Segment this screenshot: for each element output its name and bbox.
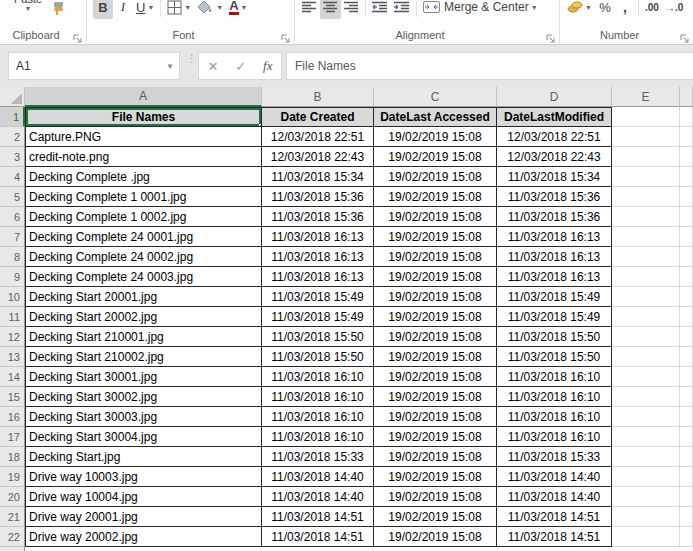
formula-input[interactable]: File Names [286, 52, 693, 80]
cell-F15[interactable] [680, 387, 693, 407]
cell-A13[interactable]: Decking Start 210002.jpg [25, 347, 262, 367]
cell-D3[interactable]: 12/03/2018 22:43 [497, 147, 612, 167]
cell-B7[interactable]: 11/03/2018 16:13 [262, 227, 374, 247]
column-header-E[interactable]: E [612, 87, 680, 107]
column-header-partial[interactable] [680, 87, 693, 107]
cell-C22[interactable]: 19/02/2019 15:08 [374, 527, 497, 547]
enter-icon[interactable]: ✓ [235, 59, 246, 74]
cell-C16[interactable]: 19/02/2019 15:08 [374, 407, 497, 427]
cell-E8[interactable] [612, 247, 680, 267]
cell-B12[interactable]: 11/03/2018 15:50 [262, 327, 374, 347]
cell-E12[interactable] [612, 327, 680, 347]
cell-A15[interactable]: Decking Start 30002.jpg [25, 387, 262, 407]
cell-E13[interactable] [612, 347, 680, 367]
cell-B16[interactable]: 11/03/2018 16:10 [262, 407, 374, 427]
cell-E5[interactable] [612, 187, 680, 207]
align-right-button[interactable] [341, 0, 362, 19]
row-header-16[interactable]: 16 [0, 407, 25, 427]
fill-color-button[interactable]: ▼ [194, 0, 226, 19]
cell-D8[interactable]: 11/03/2018 16:13 [497, 247, 612, 267]
cell-A12[interactable]: Decking Start 210001.jpg [25, 327, 262, 347]
cell-F4[interactable] [680, 167, 693, 187]
cell-F7[interactable] [680, 227, 693, 247]
cell-D7[interactable]: 11/03/2018 16:13 [497, 227, 612, 247]
cell-F22[interactable] [680, 527, 693, 547]
cell-A16[interactable]: Decking Start 30003.jpg [25, 407, 262, 427]
cell-E21[interactable] [612, 507, 680, 527]
cell-A10[interactable]: Decking Start 20001.jpg [25, 287, 262, 307]
cell-F6[interactable] [680, 207, 693, 227]
cell-A18[interactable]: Decking Start.jpg [25, 447, 262, 467]
cell-D5[interactable]: 11/03/2018 15:36 [497, 187, 612, 207]
cell-F12[interactable] [680, 327, 693, 347]
cell-E10[interactable] [612, 287, 680, 307]
cell-C15[interactable]: 19/02/2019 15:08 [374, 387, 497, 407]
cell-C18[interactable]: 19/02/2019 15:08 [374, 447, 497, 467]
selected-cell-A1[interactable]: File Names [25, 107, 262, 127]
name-box-dropdown-icon[interactable]: ▼ [161, 62, 179, 71]
cell-F21[interactable] [680, 507, 693, 527]
cell-B17[interactable]: 11/03/2018 16:10 [262, 427, 374, 447]
cell-C4[interactable]: 19/02/2019 15:08 [374, 167, 497, 187]
cell-C11[interactable]: 19/02/2019 15:08 [374, 307, 497, 327]
cell-E16[interactable] [612, 407, 680, 427]
cell-C9[interactable]: 19/02/2019 15:08 [374, 267, 497, 287]
cell-A19[interactable]: Drive way 10003.jpg [25, 467, 262, 487]
row-header-5[interactable]: 5 [0, 187, 25, 207]
cell-C17[interactable]: 19/02/2019 15:08 [374, 427, 497, 447]
cell-C12[interactable]: 19/02/2019 15:08 [374, 327, 497, 347]
cell-F16[interactable] [680, 407, 693, 427]
cell-A21[interactable]: Drive way 20001.jpg [25, 507, 262, 527]
row-header-17[interactable]: 17 [0, 427, 25, 447]
cell-D19[interactable]: 11/03/2018 14:40 [497, 467, 612, 487]
cell-F1[interactable] [680, 107, 693, 127]
row-header-21[interactable]: 21 [0, 507, 25, 527]
cell-E9[interactable] [612, 267, 680, 287]
cell-A6[interactable]: Decking Complete 1 0002.jpg [25, 207, 262, 227]
cell-B2[interactable]: 12/03/2018 22:51 [262, 127, 374, 147]
row-header-1[interactable]: 1 [0, 107, 25, 127]
row-header-18[interactable]: 18 [0, 447, 25, 467]
cell-D22[interactable]: 11/03/2018 14:51 [497, 527, 612, 547]
percent-style-button[interactable]: % [595, 0, 615, 19]
align-center-button[interactable] [320, 0, 341, 19]
cell-D1[interactable]: DateLastModified [497, 107, 612, 127]
cell-D16[interactable]: 11/03/2018 16:10 [497, 407, 612, 427]
row-header-4[interactable]: 4 [0, 167, 25, 187]
cell-F11[interactable] [680, 307, 693, 327]
cell-C21[interactable]: 19/02/2019 15:08 [374, 507, 497, 527]
cell-E3[interactable] [612, 147, 680, 167]
cell-B8[interactable]: 11/03/2018 16:13 [262, 247, 374, 267]
cell-B22[interactable]: 11/03/2018 14:51 [262, 527, 374, 547]
cell-F17[interactable] [680, 427, 693, 447]
cell-F9[interactable] [680, 267, 693, 287]
column-header-A[interactable]: A [25, 87, 262, 107]
cell-D2[interactable]: 12/03/2018 22:51 [497, 127, 612, 147]
cell-E1[interactable] [612, 107, 680, 127]
cell-B19[interactable]: 11/03/2018 14:40 [262, 467, 374, 487]
column-header-B[interactable]: B [262, 87, 374, 107]
bold-button[interactable]: B [93, 0, 113, 19]
row-header-19[interactable]: 19 [0, 467, 25, 487]
row-header-10[interactable]: 10 [0, 287, 25, 307]
cell-A14[interactable]: Decking Start 30001.jpg [25, 367, 262, 387]
cell-F18[interactable] [680, 447, 693, 467]
cell-B13[interactable]: 11/03/2018 15:50 [262, 347, 374, 367]
cell-A9[interactable]: Decking Complete 24 0003.jpg [25, 267, 262, 287]
cell-F2[interactable] [680, 127, 693, 147]
cell-E14[interactable] [612, 367, 680, 387]
font-color-button[interactable]: A ▼ [226, 0, 250, 19]
cell-C6[interactable]: 19/02/2019 15:08 [374, 207, 497, 227]
comma-style-button[interactable]: , [615, 0, 635, 19]
row-header-14[interactable]: 14 [0, 367, 25, 387]
name-box[interactable]: A1 ▼ [8, 52, 180, 80]
formula-bar-resize-handle[interactable]: ⋮ [186, 55, 192, 62]
increase-decimal-button[interactable]: .00 [642, 0, 662, 19]
cell-A22[interactable]: Drive way 20002.jpg [25, 527, 262, 547]
cell-B9[interactable]: 11/03/2018 16:13 [262, 267, 374, 287]
cell-C19[interactable]: 19/02/2019 15:08 [374, 467, 497, 487]
cell-B3[interactable]: 12/03/2018 22:43 [262, 147, 374, 167]
cell-E18[interactable] [612, 447, 680, 467]
cell-A5[interactable]: Decking Complete 1 0001.jpg [25, 187, 262, 207]
cell-D18[interactable]: 11/03/2018 15:33 [497, 447, 612, 467]
